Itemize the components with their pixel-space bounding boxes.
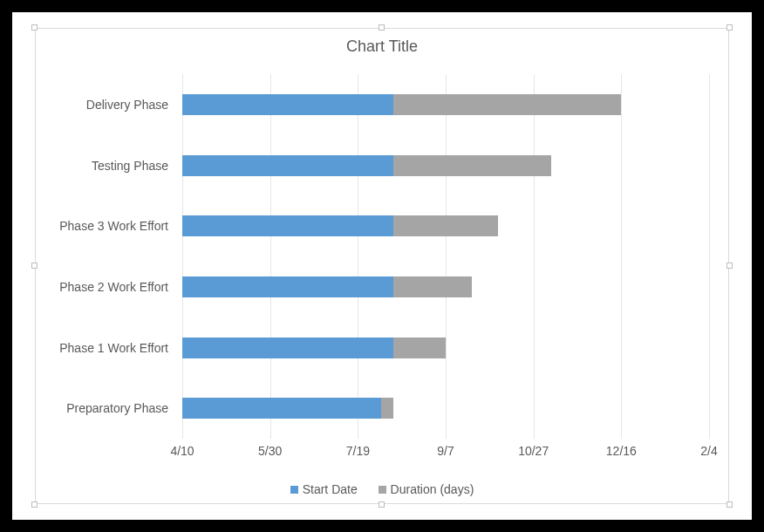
- resize-handle-tr[interactable]: [726, 24, 733, 31]
- resize-handle-tl[interactable]: [31, 24, 38, 31]
- resize-handle-br[interactable]: [726, 501, 733, 508]
- resize-handle-l[interactable]: [31, 263, 38, 269]
- page-canvas: Chart Title Delivery PhaseTesting PhaseP…: [12, 12, 752, 520]
- resize-handle-bl[interactable]: [31, 501, 38, 508]
- selection-frame: [35, 28, 729, 504]
- resize-handle-t[interactable]: [379, 24, 385, 31]
- resize-handle-b[interactable]: [379, 501, 385, 508]
- resize-handle-r[interactable]: [726, 263, 733, 269]
